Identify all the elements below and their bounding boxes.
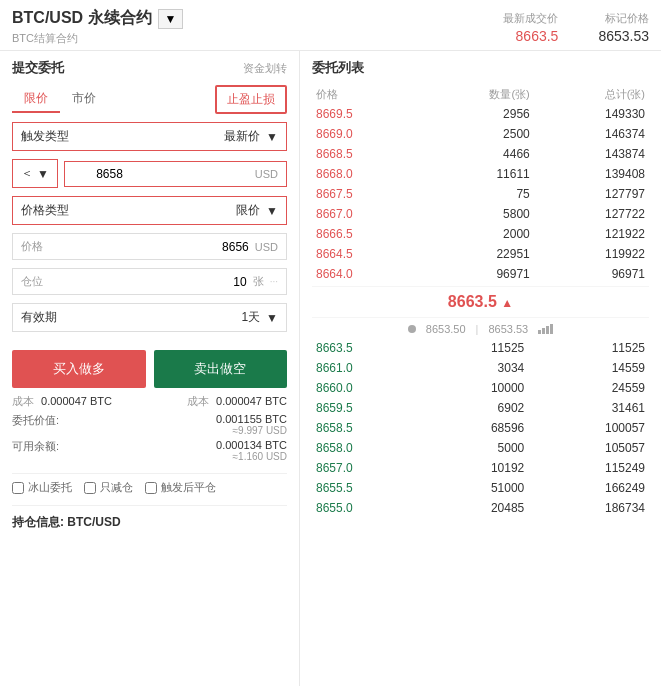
close-on-trigger-checkbox-label[interactable]: 触发后平仓 xyxy=(145,480,216,495)
bid-price: 8658.5 xyxy=(312,418,424,438)
bid-row[interactable]: 8655.5 51000 166249 xyxy=(312,478,649,498)
bid-row[interactable]: 8658.5 68596 100057 xyxy=(312,418,649,438)
bids-table: 8663.5 11525 11525 8661.0 3034 14559 866… xyxy=(312,338,649,518)
header: BTC/USD 永续合约 ▼ BTC结算合约 最新成交价 8663.5 标记价格… xyxy=(0,0,661,51)
stop-loss-button[interactable]: 止盈止损 xyxy=(215,85,287,114)
bid-row[interactable]: 8663.5 11525 11525 xyxy=(312,338,649,358)
trigger-type-select[interactable]: 触发类型 最新价 ▼ xyxy=(12,122,287,151)
current-price-row: 8663.5 ▲ xyxy=(312,286,649,318)
current-price-value: 8663.5 xyxy=(448,293,497,310)
price-type-select[interactable]: 价格类型 限价 ▼ xyxy=(12,196,287,225)
ask-qty: 75 xyxy=(419,184,534,204)
buy-button[interactable]: 买入做多 xyxy=(12,350,146,388)
qty-input-wrap: 仓位 张 ··· xyxy=(12,268,287,295)
ask-total: 127797 xyxy=(534,184,649,204)
reduce-only-label: 只减仓 xyxy=(100,480,133,495)
ask-total: 146374 xyxy=(534,124,649,144)
bid-total: 105057 xyxy=(528,438,649,458)
available-values: 0.000134 BTC ≈1.160 USD xyxy=(216,439,287,462)
right-panel: 委托列表 价格 数量(张) 总计(张) 8669.5 2956 149330 8… xyxy=(300,51,661,686)
ask-row[interactable]: 8667.0 5800 127722 xyxy=(312,204,649,224)
validity-select[interactable]: 有效期 1天 ▼ xyxy=(12,303,287,332)
trigger-price-row: ＜ ▼ USD xyxy=(12,159,287,188)
qty-input[interactable] xyxy=(207,275,247,289)
trigger-currency: USD xyxy=(255,168,278,180)
bid-total: 100057 xyxy=(528,418,649,438)
ask-qty: 2000 xyxy=(419,224,534,244)
mark-price-row: 8653.50 | 8653.53 xyxy=(312,320,649,338)
available-label: 可用余额: xyxy=(12,439,59,462)
bid-qty: 5000 xyxy=(424,438,528,458)
price-row: 价格 USD xyxy=(12,233,287,260)
bid-row[interactable]: 8657.0 10192 115249 xyxy=(312,458,649,478)
tab-market[interactable]: 市价 xyxy=(60,86,108,113)
iceberg-checkbox-label[interactable]: 冰山委托 xyxy=(12,480,72,495)
sell-button[interactable]: 卖出做空 xyxy=(154,350,288,388)
left-panel: 提交委托 资金划转 限价 市价 止盈止损 触发类型 最新价 ▼ xyxy=(0,51,300,686)
bid-qty: 3034 xyxy=(424,358,528,378)
ask-row[interactable]: 8669.0 2500 146374 xyxy=(312,124,649,144)
ask-row[interactable]: 8667.5 75 127797 xyxy=(312,184,649,204)
ask-total: 96971 xyxy=(534,264,649,284)
mark-price-left: 8653.50 xyxy=(426,323,466,335)
ask-price: 8664.5 xyxy=(312,244,419,264)
reduce-only-checkbox[interactable] xyxy=(84,482,96,494)
latest-price-col: 最新成交价 8663.5 xyxy=(503,11,558,44)
ask-price: 8669.5 xyxy=(312,104,419,124)
pair-dropdown-button[interactable]: ▼ xyxy=(158,9,184,29)
trigger-type-label: 触发类型 xyxy=(21,128,69,145)
bid-row[interactable]: 8659.5 6902 31461 xyxy=(312,398,649,418)
validity-chevron: ▼ xyxy=(266,311,278,325)
mark-separator: | xyxy=(476,323,479,335)
transfer-button[interactable]: 资金划转 xyxy=(243,61,287,76)
validity-row: 有效期 1天 ▼ xyxy=(12,303,287,332)
bid-total: 24559 xyxy=(528,378,649,398)
holdings-header: 持仓信息: BTC/USD xyxy=(12,505,287,531)
entrust-values: 0.001155 BTC ≈9.997 USD xyxy=(216,413,287,436)
pair-label: BTC/USD 永续合约 xyxy=(12,8,152,29)
order-buttons: 买入做多 卖出做空 xyxy=(12,350,287,388)
bid-row[interactable]: 8661.0 3034 14559 xyxy=(312,358,649,378)
ask-qty: 5800 xyxy=(419,204,534,224)
bid-qty: 20485 xyxy=(424,498,528,518)
qty-row: 仓位 张 ··· xyxy=(12,268,287,295)
qty-unit: 张 xyxy=(253,274,264,289)
cost-sell-group: 成本 0.000047 BTC xyxy=(187,394,287,409)
ask-row[interactable]: 8668.5 4466 143874 xyxy=(312,144,649,164)
bid-row[interactable]: 8655.0 20485 186734 xyxy=(312,498,649,518)
available-row: 可用余额: 0.000134 BTC ≈1.160 USD xyxy=(12,439,287,462)
iceberg-checkbox[interactable] xyxy=(12,482,24,494)
header-title: BTC/USD 永续合约 ▼ xyxy=(12,8,183,29)
mark-price-right-val: 8653.53 xyxy=(488,323,528,335)
price-input[interactable] xyxy=(199,240,249,254)
ask-row[interactable]: 8669.5 2956 149330 xyxy=(312,104,649,124)
price-type-label: 价格类型 xyxy=(21,202,69,219)
ask-row[interactable]: 8664.5 22951 119922 xyxy=(312,244,649,264)
ask-row[interactable]: 8666.5 2000 121922 xyxy=(312,224,649,244)
bid-qty: 51000 xyxy=(424,478,528,498)
header-right: 最新成交价 8663.5 标记价格 8653.53 xyxy=(503,11,649,44)
entrust-row: 委托价值: 0.001155 BTC ≈9.997 USD xyxy=(12,413,287,436)
bid-qty: 11525 xyxy=(424,338,528,358)
bid-row[interactable]: 8658.0 5000 105057 xyxy=(312,438,649,458)
signal-bars-icon xyxy=(538,324,553,334)
latest-price-label: 最新成交价 xyxy=(503,11,558,26)
bid-total: 166249 xyxy=(528,478,649,498)
close-on-trigger-checkbox[interactable] xyxy=(145,482,157,494)
reduce-only-checkbox-label[interactable]: 只减仓 xyxy=(84,480,133,495)
bid-row[interactable]: 8660.0 10000 24559 xyxy=(312,378,649,398)
cost-sell-label: 成本 xyxy=(187,395,209,407)
tab-limit[interactable]: 限价 xyxy=(12,86,60,113)
price-unit: USD xyxy=(255,241,278,253)
ask-total: 149330 xyxy=(534,104,649,124)
pair-subtitle: BTC结算合约 xyxy=(12,31,183,46)
ask-row[interactable]: 8668.0 11611 139408 xyxy=(312,164,649,184)
bid-price: 8661.0 xyxy=(312,358,424,378)
trigger-op-select[interactable]: ＜ ▼ xyxy=(12,159,58,188)
trigger-price-input[interactable] xyxy=(73,167,123,181)
ask-row[interactable]: 8664.0 96971 96971 xyxy=(312,264,649,284)
mark-price-col: 标记价格 8653.53 xyxy=(598,11,649,44)
mark-price-label: 标记价格 xyxy=(605,11,649,26)
bid-qty: 10000 xyxy=(424,378,528,398)
section-header: 提交委托 资金划转 xyxy=(12,59,287,77)
